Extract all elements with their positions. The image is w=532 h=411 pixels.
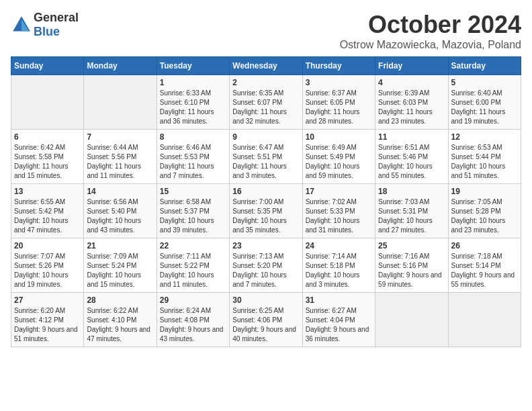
calendar-cell: 21Sunrise: 7:09 AM Sunset: 5:24 PM Dayli…	[84, 238, 157, 293]
cell-info: Sunrise: 7:07 AM Sunset: 5:26 PM Dayligh…	[14, 252, 81, 289]
day-header: Thursday	[302, 57, 375, 75]
day-number: 7	[87, 132, 153, 142]
day-number: 2	[232, 78, 299, 87]
day-number: 29	[160, 295, 226, 305]
cell-info: Sunrise: 7:09 AM Sunset: 5:24 PM Dayligh…	[87, 252, 153, 289]
calendar-cell: 19Sunrise: 7:05 AM Sunset: 5:28 PM Dayli…	[448, 184, 521, 238]
day-number: 22	[160, 241, 226, 250]
calendar-cell: 1Sunrise: 6:33 AM Sunset: 6:10 PM Daylig…	[157, 75, 229, 130]
day-number: 1	[160, 78, 226, 87]
cell-info: Sunrise: 7:14 AM Sunset: 5:18 PM Dayligh…	[306, 252, 372, 289]
cell-info: Sunrise: 6:46 AM Sunset: 5:53 PM Dayligh…	[160, 143, 226, 181]
calendar-week-row: 1Sunrise: 6:33 AM Sunset: 6:10 PM Daylig…	[11, 75, 521, 130]
calendar-week-row: 6Sunrise: 6:42 AM Sunset: 5:58 PM Daylig…	[11, 130, 521, 184]
logo-general: General	[34, 11, 79, 24]
day-header: Wednesday	[230, 57, 302, 75]
calendar-week-row: 13Sunrise: 6:55 AM Sunset: 5:42 PM Dayli…	[11, 184, 521, 238]
calendar-cell	[84, 75, 157, 130]
day-number: 13	[14, 187, 81, 196]
calendar-cell: 3Sunrise: 6:37 AM Sunset: 6:05 PM Daylig…	[302, 75, 375, 130]
cell-info: Sunrise: 6:27 AM Sunset: 4:04 PM Dayligh…	[306, 306, 372, 344]
cell-info: Sunrise: 6:40 AM Sunset: 6:00 PM Dayligh…	[451, 89, 518, 126]
calendar-cell: 29Sunrise: 6:24 AM Sunset: 4:08 PM Dayli…	[157, 293, 229, 347]
calendar-cell: 27Sunrise: 6:20 AM Sunset: 4:12 PM Dayli…	[11, 293, 84, 347]
location-title: Ostrow Mazowiecka, Mazovia, Poland	[340, 39, 521, 51]
calendar-cell: 16Sunrise: 7:00 AM Sunset: 5:35 PM Dayli…	[230, 184, 302, 238]
day-header: Saturday	[448, 57, 521, 75]
cell-info: Sunrise: 6:49 AM Sunset: 5:49 PM Dayligh…	[306, 143, 372, 181]
calendar-cell: 25Sunrise: 7:16 AM Sunset: 5:16 PM Dayli…	[375, 238, 448, 293]
cell-info: Sunrise: 6:44 AM Sunset: 5:56 PM Dayligh…	[87, 143, 153, 181]
logo-icon	[11, 14, 32, 36]
cell-info: Sunrise: 6:20 AM Sunset: 4:12 PM Dayligh…	[14, 306, 81, 344]
day-number: 31	[306, 295, 372, 305]
day-header: Monday	[84, 57, 157, 75]
day-number: 30	[232, 295, 299, 305]
day-number: 17	[306, 187, 372, 196]
cell-info: Sunrise: 6:47 AM Sunset: 5:51 PM Dayligh…	[232, 143, 299, 181]
calendar-cell: 20Sunrise: 7:07 AM Sunset: 5:26 PM Dayli…	[11, 238, 84, 293]
calendar-week-row: 27Sunrise: 6:20 AM Sunset: 4:12 PM Dayli…	[11, 293, 521, 347]
cell-info: Sunrise: 7:16 AM Sunset: 5:16 PM Dayligh…	[378, 252, 445, 289]
day-number: 24	[306, 241, 372, 250]
cell-info: Sunrise: 6:35 AM Sunset: 6:07 PM Dayligh…	[232, 89, 299, 126]
cell-info: Sunrise: 7:05 AM Sunset: 5:28 PM Dayligh…	[451, 197, 518, 235]
cell-info: Sunrise: 7:03 AM Sunset: 5:31 PM Dayligh…	[378, 197, 445, 235]
calendar-cell: 5Sunrise: 6:40 AM Sunset: 6:00 PM Daylig…	[448, 75, 521, 130]
calendar-cell: 24Sunrise: 7:14 AM Sunset: 5:18 PM Dayli…	[302, 238, 375, 293]
calendar-cell: 11Sunrise: 6:51 AM Sunset: 5:46 PM Dayli…	[375, 130, 448, 184]
cell-info: Sunrise: 7:11 AM Sunset: 5:22 PM Dayligh…	[160, 252, 226, 289]
calendar-cell: 7Sunrise: 6:44 AM Sunset: 5:56 PM Daylig…	[84, 130, 157, 184]
cell-info: Sunrise: 7:13 AM Sunset: 5:20 PM Dayligh…	[232, 252, 299, 289]
day-number: 27	[14, 295, 81, 305]
cell-info: Sunrise: 7:02 AM Sunset: 5:33 PM Dayligh…	[306, 197, 372, 235]
cell-info: Sunrise: 7:18 AM Sunset: 5:14 PM Dayligh…	[451, 252, 518, 289]
cell-info: Sunrise: 6:37 AM Sunset: 6:05 PM Dayligh…	[306, 89, 372, 126]
day-number: 25	[378, 241, 445, 250]
calendar-cell: 31Sunrise: 6:27 AM Sunset: 4:04 PM Dayli…	[302, 293, 375, 347]
cell-info: Sunrise: 6:22 AM Sunset: 4:10 PM Dayligh…	[87, 306, 153, 344]
calendar-week-row: 20Sunrise: 7:07 AM Sunset: 5:26 PM Dayli…	[11, 238, 521, 293]
day-number: 5	[451, 78, 518, 87]
day-number: 26	[451, 241, 518, 250]
calendar-cell: 18Sunrise: 7:03 AM Sunset: 5:31 PM Dayli…	[375, 184, 448, 238]
logo: General Blue	[11, 11, 79, 39]
cell-info: Sunrise: 6:25 AM Sunset: 4:06 PM Dayligh…	[232, 306, 299, 344]
logo-blue: Blue	[34, 25, 60, 38]
cell-info: Sunrise: 6:24 AM Sunset: 4:08 PM Dayligh…	[160, 306, 226, 344]
month-title: October 2024	[340, 11, 521, 39]
calendar-table: SundayMondayTuesdayWednesdayThursdayFrid…	[11, 56, 521, 347]
day-number: 16	[232, 187, 299, 196]
day-number: 15	[160, 187, 226, 196]
cell-info: Sunrise: 6:55 AM Sunset: 5:42 PM Dayligh…	[14, 197, 81, 235]
day-header: Sunday	[11, 57, 84, 75]
calendar-cell: 13Sunrise: 6:55 AM Sunset: 5:42 PM Dayli…	[11, 184, 84, 238]
title-block: October 2024 Ostrow Mazowiecka, Mazovia,…	[340, 11, 521, 51]
day-number: 10	[306, 132, 372, 142]
header: General Blue October 2024 Ostrow Mazowie…	[11, 11, 521, 51]
day-number: 9	[232, 132, 299, 142]
cell-info: Sunrise: 6:39 AM Sunset: 6:03 PM Dayligh…	[378, 89, 445, 126]
cell-info: Sunrise: 7:00 AM Sunset: 5:35 PM Dayligh…	[232, 197, 299, 235]
calendar-cell: 26Sunrise: 7:18 AM Sunset: 5:14 PM Dayli…	[448, 238, 521, 293]
cell-info: Sunrise: 6:33 AM Sunset: 6:10 PM Dayligh…	[160, 89, 226, 126]
day-number: 28	[87, 295, 153, 305]
calendar-cell: 17Sunrise: 7:02 AM Sunset: 5:33 PM Dayli…	[302, 184, 375, 238]
cell-info: Sunrise: 6:51 AM Sunset: 5:46 PM Dayligh…	[378, 143, 445, 181]
calendar-cell: 12Sunrise: 6:53 AM Sunset: 5:44 PM Dayli…	[448, 130, 521, 184]
day-number: 19	[451, 187, 518, 196]
calendar-cell: 8Sunrise: 6:46 AM Sunset: 5:53 PM Daylig…	[157, 130, 229, 184]
calendar-cell: 9Sunrise: 6:47 AM Sunset: 5:51 PM Daylig…	[230, 130, 302, 184]
day-number: 14	[87, 187, 153, 196]
day-number: 3	[306, 78, 372, 87]
calendar-cell: 22Sunrise: 7:11 AM Sunset: 5:22 PM Dayli…	[157, 238, 229, 293]
calendar-cell: 2Sunrise: 6:35 AM Sunset: 6:07 PM Daylig…	[230, 75, 302, 130]
day-number: 8	[160, 132, 226, 142]
day-number: 4	[378, 78, 445, 87]
calendar-cell: 10Sunrise: 6:49 AM Sunset: 5:49 PM Dayli…	[302, 130, 375, 184]
day-number: 20	[14, 241, 81, 250]
calendar-cell: 14Sunrise: 6:56 AM Sunset: 5:40 PM Dayli…	[84, 184, 157, 238]
day-number: 11	[378, 132, 445, 142]
calendar-cell: 30Sunrise: 6:25 AM Sunset: 4:06 PM Dayli…	[230, 293, 302, 347]
calendar-cell: 6Sunrise: 6:42 AM Sunset: 5:58 PM Daylig…	[11, 130, 84, 184]
